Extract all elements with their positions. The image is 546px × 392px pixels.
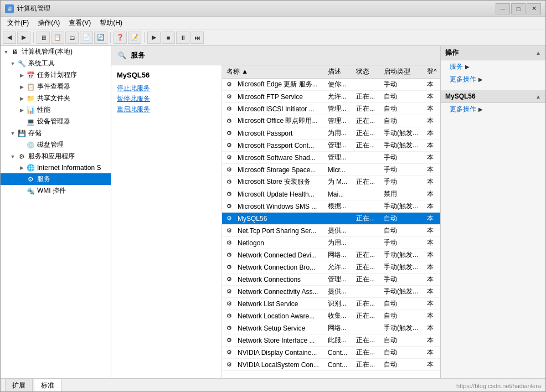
menu-bar: 文件(F)操作(A)查看(V)帮助(H): [1, 17, 545, 29]
table-row[interactable]: ⚙Network Setup Service网络...手动(触发...本: [222, 322, 440, 334]
search-icon: 🔍: [118, 51, 126, 59]
cell-service-log: 本: [423, 152, 440, 164]
table-row[interactable]: ⚙Microsoft Passport为用...正在...手动(触发...本: [222, 127, 440, 140]
arrow-storage: ▼: [9, 130, 16, 137]
cell-service-name: ⚙Microsoft Office 即点即用...: [222, 115, 323, 127]
tree-iis[interactable]: ▶ 🌐 Internet Information S: [1, 162, 111, 173]
cell-service-name: ⚙Microsoft Edge 更新 服务...: [222, 79, 323, 91]
table-row[interactable]: ⚙Network List Service识别...正在...自动本: [222, 298, 440, 310]
maximize-button[interactable]: □: [511, 3, 526, 14]
toolbar-btn-6[interactable]: ❓: [114, 32, 127, 44]
tab-expand[interactable]: 扩展: [5, 379, 33, 392]
right-item-services[interactable]: 服务 ▶: [441, 60, 545, 73]
table-row[interactable]: ⚙Microsoft FTP Service允许...正在...自动本: [222, 91, 440, 103]
cell-service-name: ⚙Network Connected Devi...: [222, 249, 323, 261]
restart-service-link[interactable]: 重启此服务: [117, 105, 216, 114]
cell-service-starttype: 禁用: [379, 188, 423, 200]
tree-performance[interactable]: ▶ 📊 性能: [1, 104, 111, 116]
close-button[interactable]: ✕: [527, 3, 541, 14]
cell-service-starttype: 自动: [379, 115, 423, 127]
menu-item-f[interactable]: 文件(F): [3, 17, 33, 29]
cell-service-status: [352, 188, 379, 200]
back-button[interactable]: ◀: [3, 32, 16, 44]
tree-services-node[interactable]: ▶ ⚙ 服务: [1, 173, 111, 185]
table-row[interactable]: ⚙Microsoft iSCSI Initiator ...管理...正在...…: [222, 103, 440, 115]
table-row[interactable]: ⚙Network Connected Devi...网络...正在...手动(触…: [222, 249, 440, 261]
cell-service-name: ⚙Network Connection Bro...: [222, 261, 323, 274]
cell-service-log: 本: [423, 91, 440, 103]
service-header: 🔍 服务: [111, 46, 440, 65]
toolbar-btn-1[interactable]: 🖥: [37, 32, 50, 44]
cell-service-status: [352, 322, 379, 334]
table-row[interactable]: ⚙Microsoft Windows SMS ...根据...手动(触发...本: [222, 200, 440, 213]
tree-shared-folders[interactable]: ▶ 📁 共享文件夹: [1, 92, 111, 104]
stop-button[interactable]: ■: [162, 32, 175, 44]
table-row[interactable]: ⚙Microsoft Update Health...Mai...禁用本: [222, 188, 440, 200]
cell-service-desc: 管理...: [323, 103, 352, 115]
cell-service-log: 本: [423, 274, 440, 286]
toolbar-btn-5[interactable]: 🔄: [94, 32, 107, 44]
cell-service-desc: 此服...: [323, 334, 352, 347]
forward-button[interactable]: ▶: [17, 32, 30, 44]
tree-disk-mgmt[interactable]: ▶ 💿 磁盘管理: [1, 139, 111, 151]
pause-button[interactable]: ⏸: [176, 32, 189, 44]
col-header-status[interactable]: 状态: [352, 65, 379, 79]
table-row[interactable]: ⚙Microsoft Store 安装服务为 M...正在...手动本: [222, 176, 440, 188]
table-row[interactable]: ⚙Network Connectivity Ass...提供...手动(触发..…: [222, 286, 440, 298]
table-row[interactable]: ⚙Netlogon为用...手动本: [222, 237, 440, 249]
play-button[interactable]: ▶: [147, 32, 161, 44]
tree-device-manager[interactable]: ▶ 💻 设备管理器: [1, 116, 111, 127]
right-section-arrow: ▲: [535, 50, 541, 56]
table-row[interactable]: ⚙Microsoft Edge 更新 服务...使你...手动本: [222, 79, 440, 91]
tree-root[interactable]: ▼ 🖥 计算机管理(本地): [1, 46, 111, 58]
tree-system-tools[interactable]: ▼ 🔧 系统工具: [1, 58, 111, 69]
restart-button[interactable]: ⏭: [190, 32, 204, 44]
col-header-name[interactable]: 名称 ▲: [222, 65, 323, 79]
table-row[interactable]: ⚙Microsoft Storage Space...Micr...手动本: [222, 164, 440, 176]
table-row[interactable]: ⚙Network Connection Bro...允许...正在...手动(触…: [222, 261, 440, 274]
table-row[interactable]: ⚙MySQL56正在...自动本: [222, 213, 440, 225]
table-row[interactable]: ⚙Network Store Interface ...此服...正在...自动…: [222, 334, 440, 347]
right-item-more-actions-2[interactable]: 更多操作 ▶: [441, 103, 545, 116]
table-row[interactable]: ⚙Net.Tcp Port Sharing Ser...提供...自动本: [222, 225, 440, 237]
col-header-starttype[interactable]: 启动类型: [379, 65, 423, 79]
cell-service-desc: Mai...: [323, 188, 352, 200]
right-item-more-actions-1[interactable]: 更多操作 ▶: [441, 73, 545, 86]
cell-service-status: 正在...: [352, 249, 379, 261]
minimize-button[interactable]: ─: [496, 3, 510, 14]
cell-service-name: ⚙Microsoft Windows SMS ...: [222, 200, 323, 213]
tree-services-apps[interactable]: ▼ ⚙ 服务和应用程序: [1, 151, 111, 162]
pause-service-link[interactable]: 暂停此服务: [117, 94, 216, 104]
table-row[interactable]: ⚙Network Connections管理...正在...手动本: [222, 274, 440, 286]
menu-item-h[interactable]: 帮助(H): [95, 17, 127, 29]
menu-item-a[interactable]: 操作(A): [33, 17, 64, 29]
table-row[interactable]: ⚙Network Location Aware...收集...正在...自动本: [222, 310, 440, 322]
table-row[interactable]: ⚙NVIDIA Display Containe...Cont...正在...自…: [222, 347, 440, 359]
menu-item-v[interactable]: 查看(V): [64, 17, 95, 29]
cell-service-status: 正在...: [352, 176, 379, 188]
toolbar-btn-7[interactable]: 📝: [128, 32, 141, 44]
tree-wmi[interactable]: ▶ 🔩 WMI 控件: [1, 185, 111, 197]
table-row[interactable]: ⚙NVIDIA LocalSystem Con...Cont...正在...自动…: [222, 359, 440, 371]
col-header-log[interactable]: 登^: [423, 65, 440, 79]
table-row[interactable]: ⚙Microsoft Software Shad...管理...手动本: [222, 152, 440, 164]
tree-event-viewer[interactable]: ▶ 📋 事件查看器: [1, 81, 111, 92]
cell-service-starttype: 手动: [379, 274, 423, 286]
cell-service-status: 正在...: [352, 347, 379, 359]
table-row[interactable]: ⚙Microsoft Office 即点即用...管理...正在...自动本: [222, 115, 440, 127]
stop-service-link[interactable]: 停止此服务: [117, 84, 216, 93]
cell-service-log: 本: [423, 359, 440, 371]
cell-service-name: ⚙Microsoft Update Health...: [222, 188, 323, 200]
tab-standard[interactable]: 标准: [34, 379, 61, 392]
cell-service-log: 本: [423, 200, 440, 213]
tree-task-scheduler[interactable]: ▶ 📅 任务计划程序: [1, 69, 111, 81]
table-row[interactable]: ⚙Microsoft Passport Cont...管理...正在...手动(…: [222, 140, 440, 152]
table-header-row: 名称 ▲ 描述 状态 启动类型 登^: [222, 65, 440, 79]
col-header-desc[interactable]: 描述: [323, 65, 352, 79]
cell-service-log: 本: [423, 164, 440, 176]
toolbar-btn-2[interactable]: 📋: [51, 32, 64, 44]
cell-service-status: [352, 79, 379, 91]
toolbar-btn-4[interactable]: 📄: [80, 32, 93, 44]
tree-storage[interactable]: ▼ 💾 存储: [1, 127, 111, 139]
toolbar-btn-3[interactable]: 🗂: [65, 32, 79, 44]
